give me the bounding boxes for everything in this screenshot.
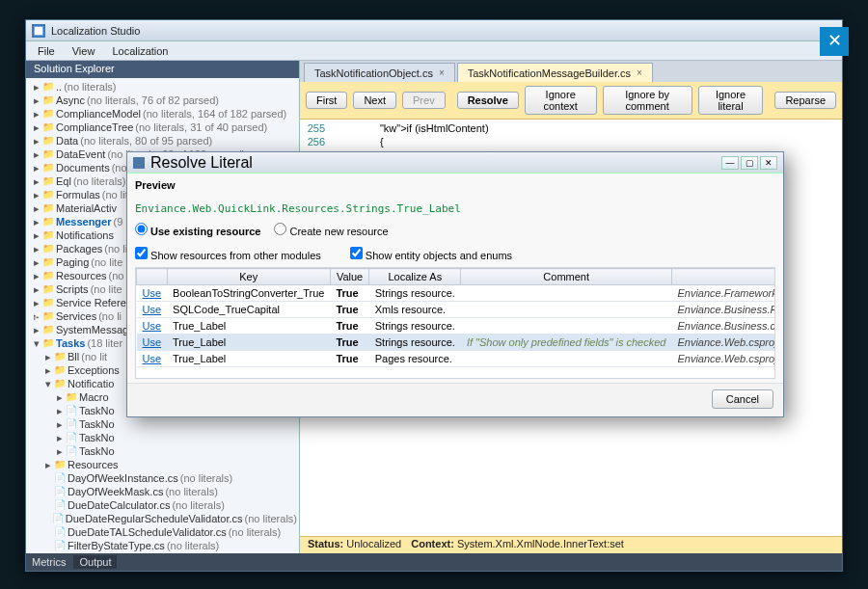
dialog-title: Resolve Literal [150,154,253,172]
tree-item[interactable]: ▸📄TaskNo [30,431,299,444]
checkbox-entity-objects[interactable]: Show entity objects and enums [350,247,512,261]
table-row[interactable]: UseTrue_LabelTrueStrings resource.If "Sh… [137,335,776,351]
tree-item[interactable]: ▸📄TaskNo [30,417,299,431]
column-header[interactable] [137,269,168,285]
column-header[interactable]: Resource File [671,269,775,285]
resolve-button[interactable]: Resolve [457,92,519,109]
resources-table: KeyValueLocalize AsCommentResource File … [136,268,775,367]
overlay-close-button[interactable]: ✕ [820,27,849,56]
editor-toolbar: First Next Prev Resolve Ignore context I… [300,82,842,120]
close-icon[interactable]: × [637,67,642,78]
use-link[interactable]: Use [143,353,162,364]
dialog-icon [133,157,145,169]
tree-item[interactable]: 📄DayOfWeekInstance.cs (no literals) [30,471,299,485]
checkbox-other-modules[interactable]: Show resources from other modules [135,247,321,261]
menu-file[interactable]: File [30,44,63,58]
menu-view[interactable]: View [65,44,103,58]
use-link[interactable]: Use [143,287,162,299]
preview-label: Preview [135,179,775,191]
tree-item[interactable]: 📄DueDateTALScheduleValidator.cs (no lite… [30,525,299,539]
column-header[interactable]: Comment [461,269,672,285]
tree-item[interactable]: 📄DayOfWeekMask.cs (no literals) [30,485,299,498]
next-image-arrow[interactable]: › [822,295,847,341]
column-header[interactable]: Localize As [369,269,461,285]
dialog-titlebar[interactable]: Resolve Literal — ▢ ✕ [127,152,783,174]
tree-item[interactable]: ▸📁.. (no literals) [30,80,299,94]
ignore-context-button[interactable]: Ignore context [525,86,597,115]
ignore-literal-button[interactable]: Ignore literal [698,86,764,115]
close-icon[interactable]: × [439,67,445,78]
bottom-tabs: Metrics Output [26,553,842,571]
tree-item[interactable]: ▸📁Async (no literals, 76 of 82 parsed) [30,94,299,107]
context-label: Context: [411,538,454,549]
use-link[interactable]: Use [143,336,162,348]
table-row[interactable]: UseTrue_LabelTrueStrings resource.Envian… [137,318,776,335]
app-icon [32,24,45,38]
tab-metrics[interactable]: Metrics [32,556,66,568]
reparse-button[interactable]: Reparse [774,92,836,109]
editor-statusbar: Status: Unlocalized Context: System.Xml.… [300,536,842,553]
tab-tasknotificationmessagebuilder[interactable]: TaskNotificationMessageBuilder.cs × [457,63,653,82]
column-header[interactable]: Value [330,269,368,285]
preview-text: Enviance.Web.QuickLink.Resources.Strings… [135,202,775,215]
context-value: System.Xml.XmlNode.InnerText:set [457,538,624,549]
tab-label: TaskNotificationMessageBuilder.cs [468,67,631,79]
column-header[interactable]: Key [167,269,330,285]
table-row[interactable]: UseBooleanToStringConverter_TrueTrueStri… [137,285,776,302]
ignore-by-comment-button[interactable]: Ignore by comment [603,86,692,115]
tree-item[interactable]: ▸📄TaskNo [30,444,299,458]
titlebar[interactable]: Localization Studio [26,20,842,41]
prev-image-arrow[interactable]: ‹ [25,295,50,341]
tree-item[interactable]: ▸📁Data (no literals, 80 of 95 parsed) [30,134,299,147]
window-title: Localization Studio [51,25,140,37]
status-label: Status: [308,538,343,549]
table-row[interactable]: UseTrue_LabelTruePages resource.Enviance… [137,351,776,367]
menu-localization[interactable]: Localization [104,44,176,58]
solution-explorer-tab[interactable]: Solution Explorer [26,61,299,78]
tree-item[interactable]: ▸📁ComplianceModel (no literals, 164 of 1… [30,107,299,120]
table-row[interactable]: UseSQLCode_TrueCapitalTrueXmls resource.… [137,302,776,318]
tab-label: TaskNotificationObject.cs [314,67,433,79]
cancel-button[interactable]: Cancel [712,389,773,409]
editor-tabs: TaskNotificationObject.cs × TaskNotifica… [300,61,842,82]
tree-item[interactable]: 📄FilterByStateType.cs (no literals) [30,539,299,552]
svg-rect-1 [35,26,43,35]
radio-create-new[interactable]: Create new resource [274,223,388,237]
first-button[interactable]: First [306,92,347,109]
next-button[interactable]: Next [353,92,396,109]
close-button[interactable]: ✕ [760,156,777,170]
menubar: File View Localization [26,41,842,61]
use-link[interactable]: Use [143,320,162,332]
tab-tasknotificationobject[interactable]: TaskNotificationObject.cs × [304,63,455,82]
resolve-literal-dialog: Resolve Literal — ▢ ✕ Preview Enviance.W… [126,151,784,417]
prev-button: Prev [402,92,446,109]
svg-rect-2 [133,157,145,169]
tree-item[interactable]: ▸📁ComplianceTree (no literals, 31 of 40 … [30,120,299,134]
minimize-button[interactable]: — [721,156,739,170]
tree-item[interactable]: ▸📁Resources [30,458,299,471]
tree-item[interactable]: 📄DueDateRegularScheduleValidator.cs (no … [30,512,299,525]
maximize-button[interactable]: ▢ [741,156,758,170]
radio-use-existing[interactable]: Use existing resource [135,223,260,237]
status-value: Unlocalized [346,538,401,549]
tree-item[interactable]: 📄DueDateCalculator.cs (no literals) [30,498,299,512]
tab-output[interactable]: Output [73,555,117,569]
use-link[interactable]: Use [143,304,162,315]
